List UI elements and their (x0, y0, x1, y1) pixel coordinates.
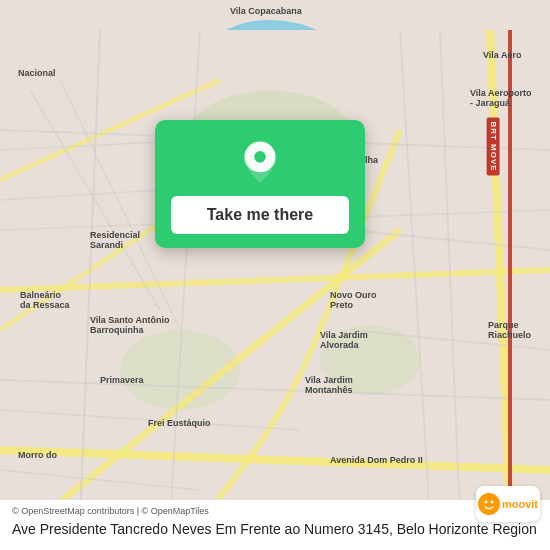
take-me-there-button[interactable]: Take me there (171, 196, 349, 234)
pin-icon (236, 138, 284, 186)
action-card: Take me there (155, 120, 365, 248)
svg-point-29 (484, 501, 487, 504)
address-text: Ave Presidente Tancredo Neves Em Frente … (12, 520, 538, 540)
brt-label: BRT MOVE (486, 117, 499, 175)
svg-point-28 (478, 493, 500, 515)
moovit-text: moovit (502, 499, 538, 510)
bottom-bar: © OpenStreetMap contributors | © OpenMap… (0, 499, 550, 550)
svg-point-27 (253, 150, 267, 164)
attribution-text: © OpenStreetMap contributors | © OpenMap… (12, 506, 538, 516)
map-background: BRT MOVE (0, 0, 550, 550)
moovit-face-icon (478, 493, 500, 515)
moovit-logo: moovit (476, 486, 540, 522)
svg-point-30 (490, 501, 493, 504)
map-container: BRT MOVE NacionalResidencialSarandiBalne… (0, 0, 550, 550)
